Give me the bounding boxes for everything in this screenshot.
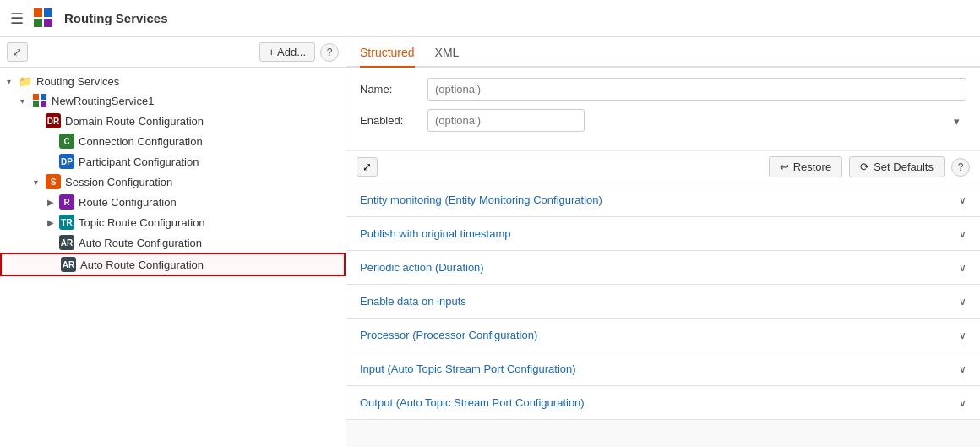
tree-label-route-config: Route Configuration <box>79 196 177 209</box>
accordion-item-enable-data-inputs: Enable data on inputs∨ <box>346 285 980 319</box>
sidebar-item-connection-config[interactable]: CConnection Configuration <box>0 131 346 151</box>
sidebar-tree: ▾ 📁Routing Services▾ NewRoutingService1 … <box>0 68 346 447</box>
restore-icon: ↩ <box>780 161 789 173</box>
restore-button[interactable]: ↩ Restore <box>769 156 843 177</box>
accordion-item-periodic-action: Periodic action (Duration)∨ <box>346 251 980 285</box>
badge-auto-route-config-1: AR <box>59 235 74 250</box>
name-input[interactable] <box>427 78 966 101</box>
accordion-chevron-output-auto-topic: ∨ <box>959 397 966 409</box>
accordion-header-output-auto-topic[interactable]: Output (Auto Topic Stream Port Configura… <box>346 386 980 419</box>
set-defaults-button[interactable]: ⟳ Set Defaults <box>849 156 945 177</box>
tree-label-auto-route-config-2: Auto Route Configuration <box>80 259 204 271</box>
accordion-header-entity-monitoring[interactable]: Entity monitoring (Entity Monitoring Con… <box>346 183 980 216</box>
sidebar-item-domain-route-config[interactable]: DRDomain Route Configuration <box>0 111 346 131</box>
accordion-chevron-periodic-action: ∨ <box>959 262 966 274</box>
form-area: Name: Enabled: <box>346 68 980 151</box>
accordion-chevron-enable-data-inputs: ∨ <box>959 296 966 308</box>
tree-label-topic-route-config: Topic Route Configuration <box>79 216 205 229</box>
svg-rect-7 <box>41 101 46 107</box>
accordion-item-output-auto-topic: Output (Auto Topic Stream Port Configura… <box>346 386 980 420</box>
sidebar-item-session-config[interactable]: ▾ SSession Configuration <box>0 172 346 192</box>
sidebar-item-route-config[interactable]: ▶ RRoute Configuration <box>0 192 346 212</box>
accordion-header-publish-timestamp[interactable]: Publish with original timestamp∨ <box>346 217 980 250</box>
tree-label-domain-route-config: Domain Route Configuration <box>65 115 204 128</box>
accordion-item-publish-timestamp: Publish with original timestamp∨ <box>346 217 980 251</box>
accordion-label-periodic-action: Periodic action (Duration) <box>360 261 484 274</box>
tab-structured[interactable]: Structured <box>360 37 415 68</box>
tree-label-participant-config: Participant Configuration <box>79 155 199 168</box>
accordion-label-output-auto-topic: Output (Auto Topic Stream Port Configura… <box>360 396 585 409</box>
accordion-item-processor: Processor (Processor Configuration)∨ <box>346 319 980 352</box>
badge-auto-route-config-2: AR <box>61 257 76 272</box>
accordion-header-periodic-action[interactable]: Periodic action (Duration)∨ <box>346 251 980 284</box>
sidebar-toolbar: ⤢ + Add... ? <box>0 37 346 68</box>
restore-label: Restore <box>793 161 832 173</box>
accordion-label-enable-data-inputs: Enable data on inputs <box>360 295 466 308</box>
svg-rect-0 <box>34 8 42 17</box>
config-expand-button[interactable]: ⤢ <box>357 157 378 177</box>
config-panel: ⤢ ↩ Restore ⟳ Set Defaults ? Entity moni… <box>346 151 980 447</box>
sidebar-help-button[interactable]: ? <box>320 43 339 62</box>
accordion-label-entity-monitoring: Entity monitoring (Entity Monitoring Con… <box>360 194 602 206</box>
tree-arrow: ▾ <box>7 77 19 86</box>
accordion-label-input-auto-topic: Input (Auto Topic Stream Port Configurat… <box>360 363 576 375</box>
accordion-chevron-input-auto-topic: ∨ <box>959 363 966 375</box>
sidebar-item-topic-route-config[interactable]: ▶ TRTopic Route Configuration <box>0 212 346 232</box>
svg-rect-2 <box>34 19 42 27</box>
defaults-icon: ⟳ <box>860 161 869 173</box>
sidebar-expand-button[interactable]: ⤢ <box>7 42 28 62</box>
enabled-select[interactable] <box>427 109 585 132</box>
badge-session-config: S <box>46 174 61 189</box>
accordion-header-processor[interactable]: Processor (Processor Configuration)∨ <box>346 319 980 352</box>
sidebar: ⤢ + Add... ? ▾ 📁Routing Services▾ NewRou… <box>0 37 346 447</box>
accordion-label-processor: Processor (Processor Configuration) <box>360 329 537 341</box>
tree-label-routing-services-root: Routing Services <box>36 75 119 88</box>
tree-label-connection-config: Connection Configuration <box>79 135 203 148</box>
folder-icon: 📁 <box>19 75 32 88</box>
enabled-label: Enabled: <box>360 114 427 127</box>
accordion-container: Entity monitoring (Entity Monitoring Con… <box>346 183 980 420</box>
tree-label-session-config: Session Configuration <box>65 176 172 188</box>
tab-xml[interactable]: XML <box>435 37 460 68</box>
app-header: ☰ Routing Services <box>0 0 980 37</box>
tab-bar: StructuredXML <box>346 37 980 68</box>
badge-participant-config: DP <box>59 154 74 169</box>
config-toolbar: ⤢ ↩ Restore ⟳ Set Defaults ? <box>346 151 980 183</box>
right-panel: StructuredXML Name: Enabled: ⤢ ↩ Resto <box>346 37 980 447</box>
menu-icon[interactable]: ☰ <box>10 9 24 28</box>
config-help-button[interactable]: ? <box>951 158 970 177</box>
accordion-header-enable-data-inputs[interactable]: Enable data on inputs∨ <box>346 285 980 318</box>
main-layout: ⤢ + Add... ? ▾ 📁Routing Services▾ NewRou… <box>0 37 980 447</box>
sidebar-item-participant-config[interactable]: DPParticipant Configuration <box>0 151 346 172</box>
accordion-item-input-auto-topic: Input (Auto Topic Stream Port Configurat… <box>346 352 980 386</box>
enabled-row: Enabled: <box>360 109 966 132</box>
accordion-chevron-publish-timestamp: ∨ <box>959 228 966 240</box>
tree-arrow: ▶ <box>47 198 59 207</box>
accordion-chevron-processor: ∨ <box>959 330 966 341</box>
name-row: Name: <box>360 78 966 101</box>
name-label: Name: <box>360 83 427 95</box>
sidebar-item-auto-route-config-2[interactable]: ARAuto Route Configuration <box>0 253 346 276</box>
accordion-header-input-auto-topic[interactable]: Input (Auto Topic Stream Port Configurat… <box>346 352 980 385</box>
tree-label-new-routing-service: NewRoutingService1 <box>52 95 154 107</box>
app-title: Routing Services <box>64 11 168 25</box>
tree-arrow: ▶ <box>47 218 59 227</box>
badge-domain-route-config: DR <box>46 113 61 128</box>
app-logo <box>32 7 56 30</box>
badge-route-config: R <box>59 194 74 210</box>
badge-topic-route-config: TR <box>59 215 74 230</box>
tree-label-auto-route-config-1: Auto Route Configuration <box>79 237 202 249</box>
tree-arrow: ▾ <box>20 96 32 106</box>
enabled-select-wrapper <box>427 109 966 132</box>
sidebar-item-routing-services-root[interactable]: ▾ 📁Routing Services <box>0 73 346 90</box>
svg-rect-1 <box>44 8 52 17</box>
add-button[interactable]: + Add... <box>259 42 315 62</box>
sidebar-item-auto-route-config-1[interactable]: ARAuto Route Configuration <box>0 232 346 253</box>
service-icon <box>32 93 47 108</box>
badge-connection-config: C <box>59 134 74 149</box>
sidebar-item-new-routing-service[interactable]: ▾ NewRoutingService1 <box>0 90 346 111</box>
accordion-label-publish-timestamp: Publish with original timestamp <box>360 227 510 240</box>
accordion-item-entity-monitoring: Entity monitoring (Entity Monitoring Con… <box>346 183 980 217</box>
svg-rect-4 <box>33 94 39 100</box>
accordion-chevron-entity-monitoring: ∨ <box>959 194 966 206</box>
